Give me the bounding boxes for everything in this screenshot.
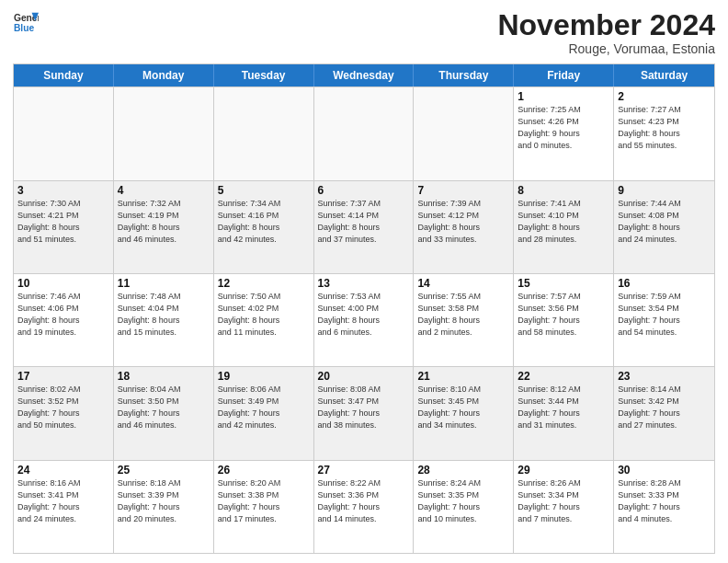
title-block: November 2024 Rouge, Vorumaa, Estonia bbox=[497, 9, 715, 56]
calendar-cell-w1-d5: 1Sunrise: 7:25 AMSunset: 4:26 PMDaylight… bbox=[514, 87, 614, 179]
day-info: Sunrise: 7:32 AMSunset: 4:19 PMDaylight:… bbox=[118, 198, 210, 246]
day-number: 11 bbox=[118, 277, 210, 290]
day-info: Sunrise: 7:57 AMSunset: 3:56 PMDaylight:… bbox=[518, 291, 609, 339]
calendar-cell-w4-d5: 22Sunrise: 8:12 AMSunset: 3:44 PMDayligh… bbox=[514, 367, 614, 459]
logo-icon: General Blue bbox=[13, 9, 39, 35]
calendar-header: Sunday Monday Tuesday Wednesday Thursday… bbox=[14, 64, 714, 86]
calendar-cell-w2-d6: 9Sunrise: 7:44 AMSunset: 4:08 PMDaylight… bbox=[614, 181, 714, 273]
day-info: Sunrise: 7:37 AMSunset: 4:14 PMDaylight:… bbox=[318, 198, 410, 246]
day-number: 6 bbox=[318, 184, 410, 197]
calendar-cell-w2-d0: 3Sunrise: 7:30 AMSunset: 4:21 PMDaylight… bbox=[14, 181, 114, 273]
calendar-cell-w2-d3: 6Sunrise: 7:37 AMSunset: 4:14 PMDaylight… bbox=[314, 181, 415, 273]
calendar-cell-w5-d4: 28Sunrise: 8:24 AMSunset: 3:35 PMDayligh… bbox=[414, 461, 514, 553]
day-info: Sunrise: 7:53 AMSunset: 4:00 PMDaylight:… bbox=[318, 291, 410, 339]
day-number: 16 bbox=[618, 277, 711, 290]
day-number: 20 bbox=[318, 370, 410, 383]
calendar-cell-w2-d2: 5Sunrise: 7:34 AMSunset: 4:16 PMDaylight… bbox=[214, 181, 314, 273]
calendar-cell-w4-d3: 20Sunrise: 8:08 AMSunset: 3:47 PMDayligh… bbox=[314, 367, 415, 459]
day-number: 7 bbox=[417, 184, 509, 197]
day-number: 13 bbox=[318, 277, 410, 290]
day-number: 30 bbox=[618, 464, 711, 477]
calendar-cell-w3-d0: 10Sunrise: 7:46 AMSunset: 4:06 PMDayligh… bbox=[14, 274, 114, 366]
header-monday: Monday bbox=[114, 64, 214, 86]
logo: General Blue bbox=[13, 9, 39, 35]
month-title: November 2024 bbox=[497, 9, 715, 41]
day-number: 21 bbox=[417, 370, 509, 383]
day-info: Sunrise: 7:59 AMSunset: 3:54 PMDaylight:… bbox=[618, 291, 711, 339]
day-info: Sunrise: 7:25 AMSunset: 4:26 PMDaylight:… bbox=[518, 104, 609, 152]
day-number: 27 bbox=[318, 464, 410, 477]
header-friday: Friday bbox=[514, 64, 614, 86]
day-info: Sunrise: 7:55 AMSunset: 3:58 PMDaylight:… bbox=[417, 291, 509, 339]
calendar-cell-w1-d1 bbox=[114, 87, 214, 179]
calendar-cell-w1-d6: 2Sunrise: 7:27 AMSunset: 4:23 PMDaylight… bbox=[614, 87, 714, 179]
calendar-cell-w4-d1: 18Sunrise: 8:04 AMSunset: 3:50 PMDayligh… bbox=[114, 367, 214, 459]
day-number: 15 bbox=[518, 277, 609, 290]
day-info: Sunrise: 7:34 AMSunset: 4:16 PMDaylight:… bbox=[218, 198, 310, 246]
day-info: Sunrise: 8:18 AMSunset: 3:39 PMDaylight:… bbox=[118, 477, 210, 525]
calendar-cell-w3-d2: 12Sunrise: 7:50 AMSunset: 4:02 PMDayligh… bbox=[214, 274, 314, 366]
day-number: 23 bbox=[618, 370, 711, 383]
day-info: Sunrise: 7:46 AMSunset: 4:06 PMDaylight:… bbox=[17, 291, 109, 339]
day-info: Sunrise: 8:12 AMSunset: 3:44 PMDaylight:… bbox=[518, 384, 609, 431]
header-saturday: Saturday bbox=[614, 64, 714, 86]
day-info: Sunrise: 8:16 AMSunset: 3:41 PMDaylight:… bbox=[17, 477, 109, 525]
header-thursday: Thursday bbox=[414, 64, 514, 86]
calendar-cell-w3-d1: 11Sunrise: 7:48 AMSunset: 4:04 PMDayligh… bbox=[114, 274, 214, 366]
day-number: 29 bbox=[518, 464, 609, 477]
calendar-week-2: 3Sunrise: 7:30 AMSunset: 4:21 PMDaylight… bbox=[14, 180, 714, 273]
header-tuesday: Tuesday bbox=[214, 64, 314, 86]
calendar-cell-w2-d4: 7Sunrise: 7:39 AMSunset: 4:12 PMDaylight… bbox=[414, 181, 514, 273]
day-number: 28 bbox=[417, 464, 509, 477]
day-number: 5 bbox=[218, 184, 310, 197]
calendar: Sunday Monday Tuesday Wednesday Thursday… bbox=[13, 63, 715, 554]
calendar-cell-w2-d1: 4Sunrise: 7:32 AMSunset: 4:19 PMDaylight… bbox=[114, 181, 214, 273]
day-number: 14 bbox=[417, 277, 509, 290]
calendar-week-5: 24Sunrise: 8:16 AMSunset: 3:41 PMDayligh… bbox=[14, 460, 714, 553]
svg-text:Blue: Blue bbox=[14, 23, 35, 33]
page-header: General Blue November 2024 Rouge, Voruma… bbox=[13, 9, 715, 56]
calendar-cell-w1-d0 bbox=[14, 87, 114, 179]
day-number: 9 bbox=[618, 184, 711, 197]
day-number: 12 bbox=[218, 277, 310, 290]
calendar-cell-w1-d2 bbox=[214, 87, 314, 179]
day-number: 17 bbox=[17, 370, 109, 383]
calendar-cell-w5-d2: 26Sunrise: 8:20 AMSunset: 3:38 PMDayligh… bbox=[214, 461, 314, 553]
day-number: 10 bbox=[17, 277, 109, 290]
calendar-cell-w3-d4: 14Sunrise: 7:55 AMSunset: 3:58 PMDayligh… bbox=[414, 274, 514, 366]
day-info: Sunrise: 7:44 AMSunset: 4:08 PMDaylight:… bbox=[618, 198, 711, 246]
day-info: Sunrise: 8:20 AMSunset: 3:38 PMDaylight:… bbox=[218, 477, 310, 525]
calendar-cell-w5-d5: 29Sunrise: 8:26 AMSunset: 3:34 PMDayligh… bbox=[514, 461, 614, 553]
calendar-week-4: 17Sunrise: 8:02 AMSunset: 3:52 PMDayligh… bbox=[14, 366, 714, 459]
calendar-cell-w5-d0: 24Sunrise: 8:16 AMSunset: 3:41 PMDayligh… bbox=[14, 461, 114, 553]
day-number: 2 bbox=[618, 90, 711, 103]
day-info: Sunrise: 7:48 AMSunset: 4:04 PMDaylight:… bbox=[118, 291, 210, 339]
day-number: 8 bbox=[518, 184, 609, 197]
calendar-cell-w4-d2: 19Sunrise: 8:06 AMSunset: 3:49 PMDayligh… bbox=[214, 367, 314, 459]
day-number: 18 bbox=[118, 370, 210, 383]
header-wednesday: Wednesday bbox=[314, 64, 415, 86]
calendar-cell-w1-d3 bbox=[314, 87, 415, 179]
day-number: 24 bbox=[17, 464, 109, 477]
day-number: 4 bbox=[118, 184, 210, 197]
day-info: Sunrise: 8:26 AMSunset: 3:34 PMDaylight:… bbox=[518, 477, 609, 525]
day-info: Sunrise: 8:28 AMSunset: 3:33 PMDaylight:… bbox=[618, 477, 711, 525]
day-info: Sunrise: 8:08 AMSunset: 3:47 PMDaylight:… bbox=[318, 384, 410, 431]
day-info: Sunrise: 8:10 AMSunset: 3:45 PMDaylight:… bbox=[417, 384, 509, 431]
day-info: Sunrise: 8:22 AMSunset: 3:36 PMDaylight:… bbox=[318, 477, 410, 525]
day-number: 1 bbox=[518, 90, 609, 103]
calendar-cell-w3-d5: 15Sunrise: 7:57 AMSunset: 3:56 PMDayligh… bbox=[514, 274, 614, 366]
calendar-body: 1Sunrise: 7:25 AMSunset: 4:26 PMDaylight… bbox=[14, 86, 714, 553]
calendar-cell-w1-d4 bbox=[414, 87, 514, 179]
day-number: 3 bbox=[17, 184, 109, 197]
day-info: Sunrise: 7:50 AMSunset: 4:02 PMDaylight:… bbox=[218, 291, 310, 339]
calendar-week-1: 1Sunrise: 7:25 AMSunset: 4:26 PMDaylight… bbox=[14, 86, 714, 179]
day-info: Sunrise: 7:30 AMSunset: 4:21 PMDaylight:… bbox=[17, 198, 109, 246]
day-info: Sunrise: 7:39 AMSunset: 4:12 PMDaylight:… bbox=[417, 198, 509, 246]
calendar-cell-w4-d6: 23Sunrise: 8:14 AMSunset: 3:42 PMDayligh… bbox=[614, 367, 714, 459]
calendar-cell-w3-d3: 13Sunrise: 7:53 AMSunset: 4:00 PMDayligh… bbox=[314, 274, 415, 366]
day-number: 25 bbox=[118, 464, 210, 477]
calendar-cell-w4-d4: 21Sunrise: 8:10 AMSunset: 3:45 PMDayligh… bbox=[414, 367, 514, 459]
calendar-cell-w5-d3: 27Sunrise: 8:22 AMSunset: 3:36 PMDayligh… bbox=[314, 461, 415, 553]
day-info: Sunrise: 8:06 AMSunset: 3:49 PMDaylight:… bbox=[218, 384, 310, 431]
